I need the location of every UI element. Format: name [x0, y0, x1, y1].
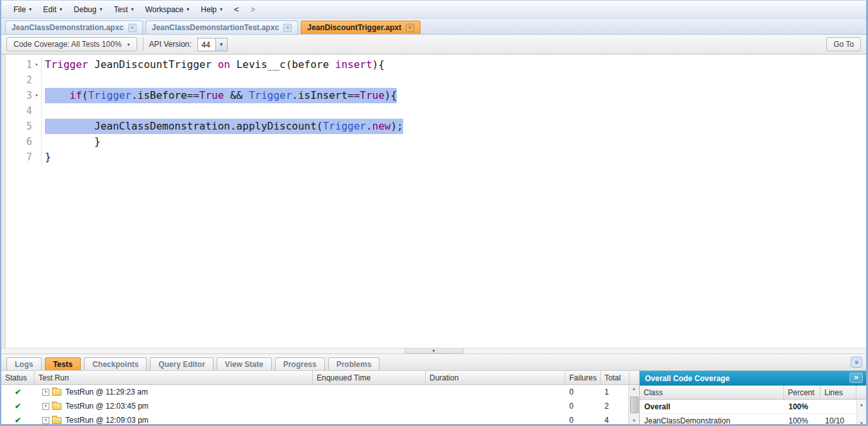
code-text[interactable]	[42, 72, 45, 88]
caret-down-icon[interactable]: ▼	[215, 38, 227, 51]
nav-back-icon[interactable]: <	[228, 3, 245, 15]
coverage-class-cell: JeanClassDemonstration	[640, 416, 784, 425]
close-icon[interactable]: ×	[128, 24, 137, 32]
menu-help[interactable]: Help▾	[195, 3, 228, 16]
code-editor[interactable]: 1▾Trigger JeanDiscountTrigger on Levis__…	[1, 55, 866, 348]
code-coverage-dropdown[interactable]: Code Coverage: All Tests 100% ▾	[6, 37, 137, 51]
menu-debug[interactable]: Debug▾	[68, 3, 108, 16]
editor-panel-splitter[interactable]: ▼	[1, 348, 866, 354]
api-version-value: 44	[198, 38, 215, 51]
code-token: &&	[224, 89, 249, 101]
bottom-tab-label: Checkpoints	[92, 360, 138, 369]
go-to-button[interactable]: Go To	[826, 37, 861, 51]
code-text[interactable]: Trigger JeanDiscountTrigger on Levis__c(…	[42, 57, 385, 72]
tab-logs[interactable]: Logs	[6, 357, 42, 370]
code-token: True	[360, 89, 385, 101]
test-run-row[interactable]: ✔+TestRun @ 11:29:23 am01	[1, 385, 639, 399]
coverage-column-header-percent[interactable]: Percent	[784, 386, 821, 399]
expand-icon[interactable]: +	[42, 417, 49, 424]
tab-problems[interactable]: Problems	[328, 357, 380, 370]
code-text[interactable]: JeanClassDemonstration.applyDiscount(Tri…	[42, 119, 403, 134]
menu-file[interactable]: File▾	[8, 3, 37, 16]
code-coverage-label: Code Coverage: All Tests 100%	[13, 40, 122, 49]
code-line: 6 }	[1, 134, 866, 149]
tab-view-state[interactable]: View State	[217, 357, 272, 370]
menu-edit[interactable]: Edit▾	[37, 3, 68, 16]
scroll-down-icon[interactable]: ▼	[860, 421, 864, 424]
code-token: if	[70, 89, 82, 101]
code-token: new	[372, 120, 391, 132]
coverage-class-cell: Overall	[640, 402, 784, 411]
code-token	[45, 89, 70, 101]
api-version-label: API Version:	[149, 40, 192, 49]
scroll-up-icon[interactable]: ▲	[632, 386, 637, 391]
column-header-total[interactable]: Total	[601, 371, 630, 384]
code-text[interactable]: }	[42, 149, 51, 165]
file-tab[interactable]: JeanClassDemonstration.apxc×	[5, 21, 143, 34]
tab-checkpoints[interactable]: Checkpoints	[84, 357, 147, 370]
fold-toggle-icon[interactable]: ▾	[32, 88, 42, 103]
tab-query-editor[interactable]: Query Editor	[150, 357, 213, 370]
coverage-column-header-lines[interactable]: Lines	[821, 386, 856, 399]
test-run-cell: +TestRun @ 11:29:23 am	[35, 388, 313, 396]
expand-icon[interactable]: +	[42, 389, 49, 396]
folder-icon	[52, 417, 62, 424]
close-icon[interactable]: ×	[406, 24, 414, 32]
code-token: (	[82, 89, 88, 101]
failures-cell: 0	[565, 388, 601, 396]
column-header-test-run[interactable]: Test Run	[35, 371, 313, 384]
menu-workspace[interactable]: Workspace▾	[139, 3, 195, 16]
code-text[interactable]	[42, 103, 45, 119]
test-run-row[interactable]: ✔+TestRun @ 12:03:45 pm02	[1, 399, 639, 413]
coverage-row[interactable]: JeanClassDemonstration100%10/10	[640, 414, 866, 424]
selection-highlight: if(Trigger.isBefore==True && Trigger.isI…	[45, 88, 397, 103]
tests-scrollbar[interactable]: ▲ ▼	[628, 385, 639, 424]
column-header-duration[interactable]: Duration	[426, 371, 565, 384]
menu-label: Workspace	[145, 5, 183, 14]
fold-toggle-icon[interactable]: ▾	[32, 57, 42, 72]
tests-grid-header: StatusTest RunEnqueued TimeDurationFailu…	[1, 371, 639, 385]
panel-collapse-button[interactable]: »	[851, 357, 862, 368]
coverage-panel-title: Overall Code Coverage	[645, 374, 730, 383]
file-tab[interactable]: JeanDiscountTrigger.apxt×	[301, 21, 421, 34]
file-tab[interactable]: JeanClassDemonstartionTest.apxc×	[146, 21, 299, 34]
coverage-percent-cell: 100%	[784, 402, 821, 411]
chevron-double-right-icon[interactable]: »	[849, 373, 863, 383]
code-token: Trigger	[88, 89, 131, 101]
close-icon[interactable]: ×	[283, 24, 292, 32]
scroll-thumb[interactable]	[630, 396, 638, 413]
code-text[interactable]: if(Trigger.isBefore==True && Trigger.isI…	[42, 88, 397, 103]
code-token: Trigger	[45, 58, 88, 71]
code-token: ){	[385, 89, 397, 101]
bottom-tab-label: Query Editor	[158, 360, 205, 369]
code-token: .	[366, 120, 372, 132]
expand-icon[interactable]: +	[42, 403, 49, 410]
column-header-failures[interactable]: Failures	[565, 371, 601, 384]
coverage-row[interactable]: Overall100%	[640, 400, 866, 414]
scroll-up-icon[interactable]: ▲	[860, 402, 864, 407]
caret-down-icon: ▾	[220, 6, 222, 12]
menu-label: File	[13, 5, 26, 14]
nav-forward-icon[interactable]: >	[245, 3, 262, 15]
overall-code-coverage-panel: Overall Code Coverage » ClassPercentLine…	[639, 371, 866, 424]
code-text[interactable]: }	[42, 134, 101, 149]
tab-progress[interactable]: Progress	[275, 357, 325, 370]
menu-test[interactable]: Test▾	[108, 3, 139, 16]
test-run-row[interactable]: ✔+TestRun @ 12:09:03 pm04	[1, 413, 639, 424]
coverage-column-header-class[interactable]: Class	[640, 386, 784, 399]
column-header-enqueued-time[interactable]: Enqueued Time	[313, 371, 426, 384]
caret-down-icon: ▾	[131, 6, 133, 12]
code-lines: 1▾Trigger JeanDiscountTrigger on Levis__…	[1, 55, 866, 165]
menu-label: Edit	[43, 5, 56, 14]
coverage-panel-header: Overall Code Coverage »	[640, 371, 866, 386]
caret-down-icon: ▼	[432, 349, 436, 353]
tab-tests[interactable]: Tests	[45, 357, 81, 370]
total-cell: 4	[601, 416, 630, 424]
splitter-collapse-handle[interactable]: ▼	[405, 348, 463, 354]
column-header-status[interactable]: Status	[1, 371, 35, 384]
code-token: }	[45, 151, 51, 163]
coverage-scrollbar[interactable]: ▲ ▼	[856, 400, 866, 424]
scroll-down-icon[interactable]: ▼	[632, 418, 637, 423]
coverage-grid-body: Overall100%JeanClassDemonstration100%10/…	[640, 400, 866, 424]
api-version-select[interactable]: 44 ▼	[197, 38, 228, 51]
